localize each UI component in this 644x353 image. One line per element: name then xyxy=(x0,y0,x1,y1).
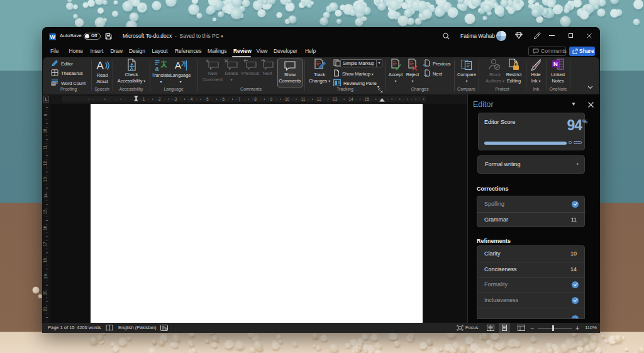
svg-text:9: 9 xyxy=(270,97,272,101)
svg-text:19: 19 xyxy=(43,274,48,279)
svg-text:6: 6 xyxy=(222,97,225,101)
svg-text:3: 3 xyxy=(174,97,177,101)
svg-text:A: A xyxy=(96,60,104,72)
svg-text:16: 16 xyxy=(43,225,48,230)
svg-text:21: 21 xyxy=(43,306,48,311)
svg-text:1: 1 xyxy=(143,97,145,101)
svg-text:13: 13 xyxy=(333,97,338,101)
svg-text:9: 9 xyxy=(43,113,48,116)
svg-text:10: 10 xyxy=(43,128,48,133)
svg-text:10: 10 xyxy=(285,97,290,101)
svg-text:12: 12 xyxy=(43,161,48,166)
svg-text:a: a xyxy=(155,65,159,72)
svg-text:20: 20 xyxy=(43,290,48,295)
svg-text:N: N xyxy=(553,60,558,67)
svg-text:13: 13 xyxy=(43,177,48,182)
svg-text:18: 18 xyxy=(43,258,48,263)
svg-text:11: 11 xyxy=(43,145,48,149)
svg-text:5: 5 xyxy=(206,97,209,101)
svg-text:7: 7 xyxy=(238,97,241,101)
svg-text:8: 8 xyxy=(254,97,257,101)
svg-text:A: A xyxy=(175,60,181,70)
svg-text:2: 2 xyxy=(158,97,161,101)
svg-text:4: 4 xyxy=(191,97,193,101)
svg-text:14: 14 xyxy=(43,193,48,198)
svg-text:W: W xyxy=(50,34,55,40)
svg-text:11: 11 xyxy=(301,97,306,101)
svg-text:17: 17 xyxy=(43,242,48,247)
svg-text:15: 15 xyxy=(43,210,48,215)
svg-text:14: 14 xyxy=(348,97,353,101)
svg-text:15: 15 xyxy=(365,97,370,101)
svg-text:12: 12 xyxy=(317,97,322,101)
